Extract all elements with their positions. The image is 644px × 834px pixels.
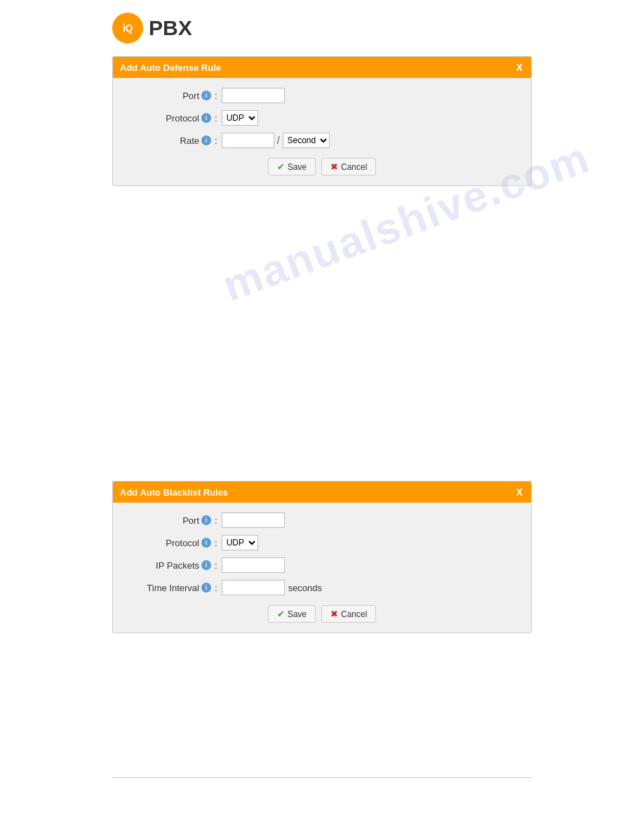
dialog2-port-info-icon[interactable]: i xyxy=(201,515,211,525)
dialog2-title: Add Auto Blacklist Rules xyxy=(120,487,228,498)
dialog2-protocol-row: Protocol i : UDP TCP xyxy=(127,535,517,550)
add-auto-blacklist-dialog: Add Auto Blacklist Rules X Port i : Prot… xyxy=(112,481,532,633)
dialog2-header: Add Auto Blacklist Rules X xyxy=(113,482,531,503)
dialog1-protocol-select[interactable]: UDP TCP xyxy=(222,110,258,126)
rate-info-icon[interactable]: i xyxy=(201,135,211,145)
dialog2-cancel-button[interactable]: ✖ Cancel xyxy=(321,605,376,623)
dialog2-protocol-info-icon[interactable]: i xyxy=(201,538,211,548)
seconds-label: seconds xyxy=(288,583,322,593)
dialog1-close-button[interactable]: X xyxy=(515,62,524,73)
dialog2-timeinterval-input[interactable] xyxy=(222,580,285,595)
bottom-divider xyxy=(112,777,532,778)
port-info-icon[interactable]: i xyxy=(201,91,211,100)
dialog1-rate-input[interactable] xyxy=(222,133,274,148)
dialog1-cancel-button[interactable]: ✖ Cancel xyxy=(321,158,376,176)
dialog1-body: Port i : Protocol i : UDP TCP Rate i : xyxy=(113,78,531,185)
dialog1-port-label: Port i xyxy=(127,91,211,101)
logo-area: iQ PBX xyxy=(0,0,644,56)
dialog1-rate-label: Rate i xyxy=(127,135,211,146)
dialog2-protocol-label: Protocol i xyxy=(127,538,211,548)
dialog2-ippackets-info-icon[interactable]: i xyxy=(201,560,211,570)
protocol-info-icon[interactable]: i xyxy=(201,113,211,123)
cancel-x-icon: ✖ xyxy=(330,161,338,172)
dialog2-port-input[interactable] xyxy=(222,512,285,528)
dialog1-protocol-row: Protocol i : UDP TCP xyxy=(127,110,517,126)
dialog2-port-row: Port i : xyxy=(127,512,517,528)
dialog1-header: Add Auto Defense Rule X xyxy=(113,57,531,78)
logo-text: PBX xyxy=(149,16,192,40)
dialog2-close-button[interactable]: X xyxy=(515,486,524,498)
dialog2-protocol-select[interactable]: UDP TCP xyxy=(222,535,258,550)
save-check-icon: ✔ xyxy=(277,161,285,172)
dialog2-save-button[interactable]: ✔ Save xyxy=(268,605,316,623)
dialog2-timeinterval-info-icon[interactable]: i xyxy=(201,583,211,593)
dialog2-timeinterval-label: Time Interval i xyxy=(127,583,211,593)
dialog2-port-label: Port i xyxy=(127,515,211,526)
add-auto-defense-dialog: Add Auto Defense Rule X Port i : Protoco… xyxy=(112,56,532,186)
dialog2-ippackets-label: IP Packets i xyxy=(127,560,211,571)
dialog2-cancel-x-icon: ✖ xyxy=(330,609,338,619)
rate-separator: / xyxy=(277,135,280,146)
dialog2-ippackets-input[interactable] xyxy=(222,557,285,573)
rate-controls: / Second Minute Hour xyxy=(222,133,330,148)
dialog1-protocol-label: Protocol i xyxy=(127,113,211,124)
dialog2-buttons: ✔ Save ✖ Cancel xyxy=(127,605,517,623)
dialog1-rate-row: Rate i : / Second Minute Hour xyxy=(127,133,517,148)
dialog1-save-button[interactable]: ✔ Save xyxy=(268,158,316,176)
dialog1-port-input[interactable] xyxy=(222,88,285,103)
dialog1-rate-unit-select[interactable]: Second Minute Hour xyxy=(283,133,330,148)
dialog1-port-row: Port i : xyxy=(127,88,517,103)
dialog1-buttons: ✔ Save ✖ Cancel xyxy=(127,158,517,176)
dialog2-save-check-icon: ✔ xyxy=(277,609,285,619)
dialog2-ippackets-row: IP Packets i : xyxy=(127,557,517,573)
dialog2-timeinterval-row: Time Interval i : seconds xyxy=(127,580,517,595)
spacer xyxy=(0,186,644,481)
dialog2-body: Port i : Protocol i : UDP TCP IP Packets… xyxy=(113,503,531,633)
logo-icon: iQ xyxy=(112,13,143,44)
dialog1-title: Add Auto Defense Rule xyxy=(120,62,221,73)
